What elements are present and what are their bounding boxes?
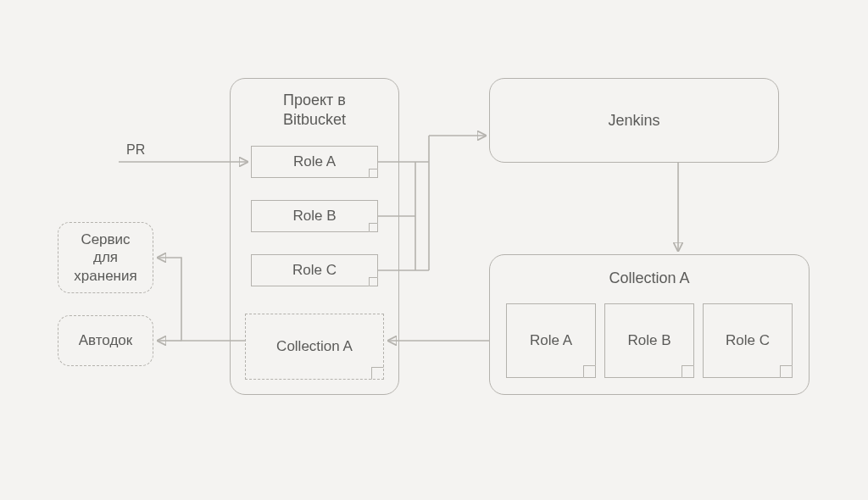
autodoc-label: Автодок [79,331,132,349]
bitbucket-role-c: Role C [251,254,378,286]
pr-label: PR [126,142,145,158]
bitbucket-role-b: Role B [251,200,378,232]
bitbucket-title: Проект в Bitbucket [231,91,398,129]
storage-line2: для [93,249,118,265]
collection-title: Collection A [490,269,809,288]
collection-role-a-label: Role A [530,332,572,349]
bitbucket-role-b-label: Role B [292,208,336,225]
bitbucket-title-line2: Bitbucket [283,111,346,128]
collection-title-label: Collection A [609,269,689,286]
collection-role-b: Role B [604,303,694,378]
autodoc-box: Автодок [58,315,153,366]
collection-role-c: Role C [703,303,793,378]
jenkins-label: Jenkins [608,111,659,131]
bitbucket-role-c-label: Role C [292,262,337,279]
storage-label: Сервис для хранения [74,231,136,285]
storage-line1: Сервис [81,231,130,247]
pr-label-text: PR [126,142,145,157]
storage-box: Сервис для хранения [58,222,153,293]
bitbucket-title-line1: Проект в [283,92,346,108]
collection-role-a: Role A [506,303,596,378]
jenkins-box: Jenkins [489,78,779,163]
diagram-stage: Проект в Bitbucket Role A Role B Role C … [0,0,868,500]
storage-line3: хранения [74,268,136,284]
bitbucket-collection-label: Collection A [276,338,353,355]
bitbucket-role-a: Role A [251,146,378,178]
bitbucket-collection: Collection A [245,314,384,380]
collection-role-c-label: Role C [726,332,770,349]
bitbucket-role-a-label: Role A [293,153,336,170]
collection-role-b-label: Role B [627,332,670,349]
